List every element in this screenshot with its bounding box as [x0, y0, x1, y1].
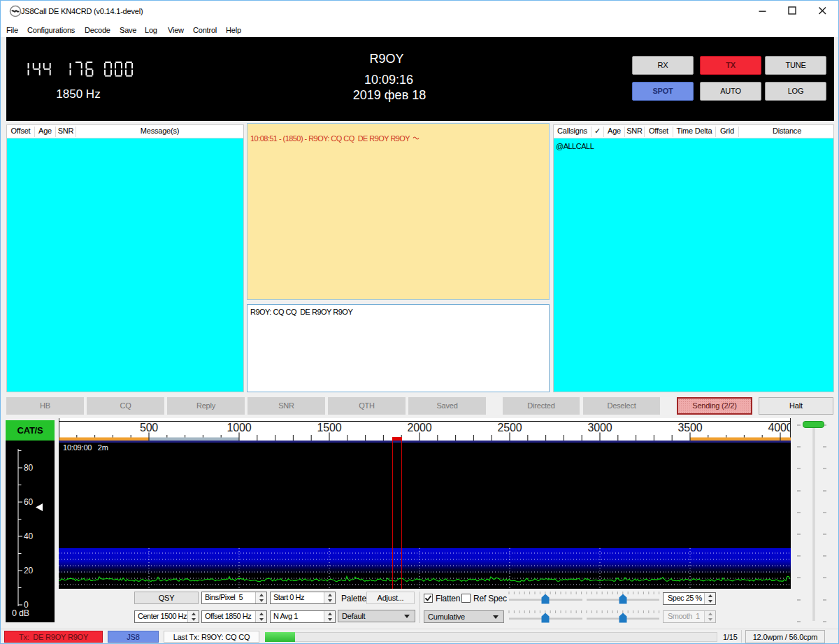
svg-text:3500: 3500: [678, 422, 703, 434]
svg-text:1500: 1500: [317, 422, 342, 434]
svg-text:20: 20: [24, 566, 33, 575]
svg-text:4000: 4000: [768, 422, 791, 434]
svg-text:0 dB: 0 dB: [12, 608, 29, 618]
svg-text:40: 40: [24, 531, 33, 541]
svg-text:3000: 3000: [588, 422, 612, 434]
svg-text:1000: 1000: [227, 422, 252, 434]
svg-text:60: 60: [24, 497, 33, 507]
svg-text:2500: 2500: [498, 422, 522, 434]
svg-text:500: 500: [140, 422, 158, 434]
svg-text:2000: 2000: [408, 422, 432, 434]
svg-text:80: 80: [24, 463, 33, 473]
